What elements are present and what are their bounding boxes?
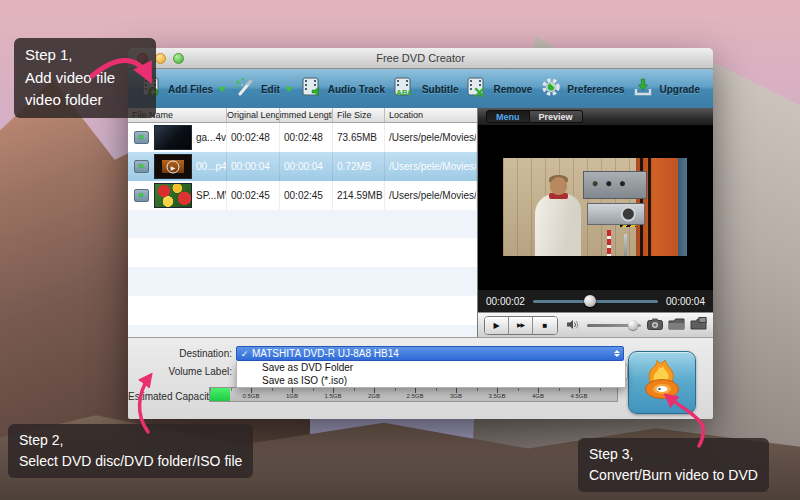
location-cell: /Users/pele/Movies/i... — [385, 123, 477, 152]
subtitle-button[interactable]: ABC Subtitle — [393, 77, 459, 101]
original-length-cell: 00:02:45 — [227, 181, 280, 210]
end-time: 00:00:04 — [666, 296, 705, 307]
step1-callout: Step 1, Add video file video folder — [14, 38, 156, 118]
header-original-length[interactable]: Original Length — [227, 108, 280, 122]
original-length-cell: 00:02:48 — [227, 123, 280, 152]
edit-wand-icon — [234, 77, 256, 101]
person-in-video — [535, 176, 581, 256]
subtitle-icon: ABC — [393, 77, 417, 101]
video-frame — [503, 158, 687, 256]
destination-label: Destination: — [128, 348, 232, 359]
capacity-tick: 1GB — [277, 393, 307, 399]
subtitle-label: Subtitle — [422, 84, 459, 95]
checkmark-icon: ✓ — [237, 349, 252, 359]
add-files-dropdown-arrow[interactable] — [218, 87, 226, 92]
edit-button[interactable]: Edit — [234, 77, 293, 101]
equipment-dial — [587, 203, 645, 225]
remove-icon — [466, 77, 488, 101]
snapshot-camera-icon[interactable] — [647, 316, 663, 334]
speaker-icon — [567, 316, 580, 334]
edit-dropdown-arrow[interactable] — [285, 87, 293, 92]
file-list-header: File Name Original Length Trimmed Length… — [128, 108, 477, 123]
file-list: File Name Original Length Trimmed Length… — [128, 108, 478, 337]
tab-preview[interactable]: Preview — [530, 110, 583, 123]
zoom-button[interactable] — [173, 53, 184, 64]
destination-menu: Save as DVD Folder Save as ISO (*.iso) — [236, 361, 626, 388]
gear-icon — [540, 76, 562, 102]
trimmed-length-cell: 00:00:04 — [280, 152, 333, 181]
volume-slider[interactable] — [587, 324, 641, 327]
file-name: 00...p4 — [196, 161, 227, 172]
file-list-empty-rows — [128, 209, 477, 337]
location-cell: /Users/pele/Movies/S... — [385, 181, 477, 210]
audio-track-button[interactable]: Audio Track — [301, 77, 385, 101]
capacity-tick: 4.5GB — [564, 393, 594, 399]
flame-disc-icon — [638, 357, 686, 408]
open-folder-icon[interactable] — [668, 316, 685, 334]
output-folder-icon[interactable] — [690, 316, 707, 334]
header-location[interactable]: Location — [385, 108, 477, 122]
file-size-cell: 214.59MB — [333, 181, 385, 210]
capacity-tick: 3.5GB — [482, 393, 512, 399]
video-thumbnail — [154, 183, 192, 208]
remove-label: Remove — [493, 84, 532, 95]
preferences-button[interactable]: Preferences — [540, 76, 624, 102]
original-length-cell: 00:00:04 — [227, 152, 280, 181]
minimize-button[interactable] — [155, 53, 166, 64]
audio-track-icon — [301, 77, 323, 101]
file-size-cell: 0.72MB — [333, 152, 385, 181]
row-checkbox[interactable] — [134, 131, 149, 144]
capacity-tick: 0.5GB — [236, 393, 266, 399]
header-trimmed-length[interactable]: Trimmed Length — [280, 108, 333, 122]
estimated-capacity-label: Estimated Capacity: — [128, 391, 206, 402]
video-thumbnail: ▶ — [154, 154, 192, 179]
row-checkbox[interactable] — [134, 160, 149, 173]
menu-item-iso[interactable]: Save as ISO (*.iso) — [237, 374, 625, 387]
seek-track[interactable] — [533, 300, 658, 303]
current-time: 00:00:02 — [486, 296, 525, 307]
play-button[interactable]: ▶ — [485, 317, 509, 334]
burn-button[interactable] — [628, 351, 696, 414]
play-overlay-icon: ▶ — [167, 160, 180, 173]
preview-tabbar: Menu Preview — [478, 108, 713, 126]
table-row[interactable]: SP...MV 00:02:45 00:02:45 214.59MB /User… — [128, 181, 477, 210]
app-window: Free DVD Creator Add Files Edit Audio Tr… — [128, 48, 713, 418]
step2-callout: Step 2, Select DVD disc/DVD folder/ISO f… — [8, 424, 253, 478]
fast-forward-button[interactable]: ▶▶ — [509, 317, 533, 334]
audio-track-label: Audio Track — [328, 84, 385, 95]
tab-menu[interactable]: Menu — [486, 110, 530, 123]
capacity-tick: 3GB — [441, 393, 471, 399]
upgrade-button[interactable]: Upgrade — [632, 77, 700, 101]
step3-callout: Step 3, Convert/Burn video to DVD — [578, 438, 769, 492]
trimmed-length-cell: 00:02:45 — [280, 181, 333, 210]
volume-handle[interactable] — [628, 320, 638, 330]
volume-label-label: Volume Label: — [128, 366, 232, 377]
destination-selected-option[interactable]: ✓ MATSHITA DVD-R UJ-8A8 HB14 — [236, 346, 624, 361]
table-row-selected[interactable]: ▶ 00...p4 00:00:04 00:00:04 0.72MB /User… — [128, 152, 477, 181]
capacity-tick: 2GB — [359, 393, 389, 399]
header-file-size[interactable]: File Size — [333, 108, 385, 122]
capacity-tick: 1.5GB — [318, 393, 348, 399]
toolbar: Add Files Edit Audio Track ABC Subtitle … — [128, 69, 713, 110]
trimmed-length-cell: 00:02:48 — [280, 123, 333, 152]
stop-button[interactable]: ■ — [533, 317, 557, 334]
seek-bar: 00:00:02 00:00:04 — [478, 290, 713, 312]
popup-stepper-icon[interactable] — [611, 348, 622, 359]
location-cell: /Users/pele/Movies/0... — [385, 152, 477, 181]
window-title: Free DVD Creator — [128, 48, 713, 68]
file-name: ga...4v — [196, 132, 226, 143]
row-checkbox[interactable] — [134, 189, 149, 202]
table-row[interactable]: ga...4v 00:02:48 00:02:48 73.65MB /Users… — [128, 123, 477, 152]
capacity-minor-ticks — [210, 388, 617, 391]
seek-handle[interactable] — [584, 295, 596, 307]
equipment-panel — [583, 171, 647, 199]
playback-controls: ▶ ▶▶ ■ — [478, 312, 713, 337]
titlebar: Free DVD Creator — [128, 48, 713, 69]
menu-item-dvd-folder[interactable]: Save as DVD Folder — [237, 361, 625, 374]
remove-button[interactable]: Remove — [466, 77, 532, 101]
preview-panel: Menu Preview — [478, 108, 713, 337]
capacity-tick: 2.5GB — [400, 393, 430, 399]
file-size-cell: 73.65MB — [333, 123, 385, 152]
video-display — [478, 126, 713, 290]
capacity-bar: 0.5GB 1GB 1.5GB 2GB 2.5GB 3GB 3.5GB 4GB … — [209, 387, 618, 402]
